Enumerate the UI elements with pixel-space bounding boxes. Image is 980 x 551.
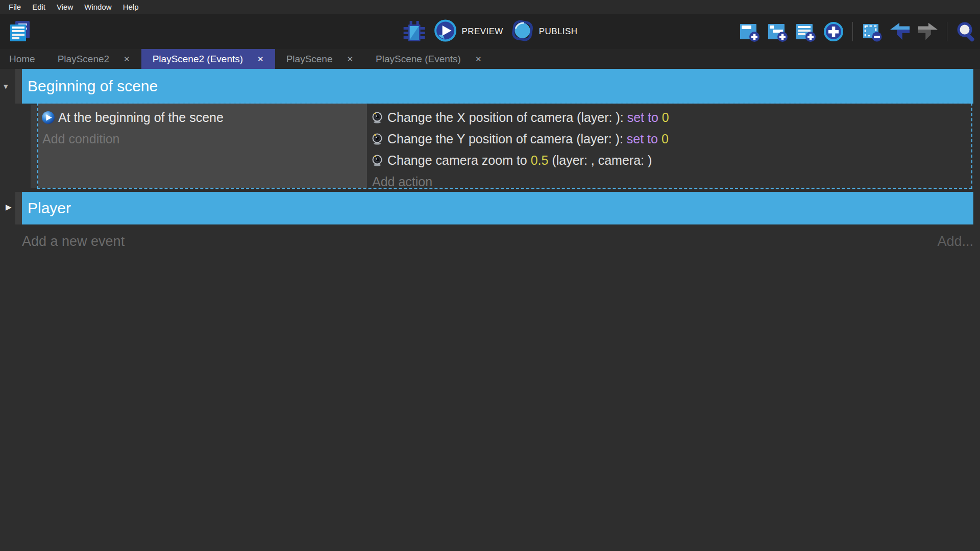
preview-button[interactable]: PREVIEW	[434, 19, 503, 43]
add-subevent-button[interactable]	[767, 21, 788, 42]
event-drag-handle[interactable]	[31, 105, 37, 188]
tab-label: PlayScene (Events)	[376, 54, 461, 65]
add-button[interactable]: Add...	[937, 230, 973, 253]
camera-icon	[371, 133, 383, 145]
tab-label: Home	[9, 54, 35, 65]
redo-button[interactable]	[917, 21, 939, 42]
tab-label: PlayScene	[286, 54, 333, 65]
delete-selection-icon	[861, 21, 883, 42]
action-text: Change the X position of camera (layer: …	[387, 110, 669, 125]
action-row[interactable]: Change the Y position of camera (layer: …	[371, 128, 971, 149]
add-new-event-button[interactable]: Add a new event	[22, 230, 125, 253]
tab-playscene[interactable]: PlayScene ✕	[275, 49, 364, 69]
action-text: Change the Y position of camera (layer: …	[387, 132, 669, 146]
undo-button[interactable]	[889, 21, 911, 42]
add-event-button[interactable]	[739, 21, 760, 42]
debug-icon	[403, 20, 426, 43]
menu-item-view[interactable]: View	[51, 0, 79, 14]
tab-playscene2[interactable]: PlayScene2 ✕	[46, 49, 141, 69]
toolbar: PREVIEW PUBLISH	[0, 14, 980, 49]
tab-home[interactable]: Home	[0, 49, 46, 69]
add-subevent-icon	[767, 21, 788, 42]
condition-row[interactable]: At the beginning of the scene	[41, 107, 367, 128]
close-icon[interactable]: ✕	[347, 55, 354, 64]
group-title: Player	[28, 199, 71, 217]
project-manager-button[interactable]	[8, 19, 32, 43]
add-comment-icon	[795, 21, 816, 42]
expand-arrow-icon[interactable]: ▶	[6, 203, 12, 211]
tab-playscene2-events[interactable]: PlayScene2 (Events) ✕	[141, 49, 275, 69]
event-group-header-player[interactable]: Player	[22, 192, 973, 224]
toolbar-center: PREVIEW PUBLISH	[403, 14, 578, 49]
menu-item-edit[interactable]: Edit	[27, 0, 51, 14]
menu-item-file[interactable]: File	[3, 0, 27, 14]
add-action-button[interactable]: Add action	[371, 171, 971, 192]
undo-icon	[889, 21, 911, 42]
camera-icon	[371, 154, 383, 166]
add-condition-button[interactable]: Add condition	[41, 128, 367, 149]
collapse-arrow-icon[interactable]: ▾	[4, 82, 8, 91]
action-text: Change camera zoom to 0.5 (layer: , came…	[387, 153, 652, 168]
group-title: Beginning of scene	[28, 78, 158, 95]
preview-label: PREVIEW	[462, 27, 503, 37]
menu-bar: File Edit View Window Help	[0, 0, 980, 14]
toolbar-separator	[852, 22, 853, 41]
add-other-event-button[interactable]	[823, 21, 844, 42]
project-manager-icon	[8, 19, 32, 43]
actions-panel: Change the X position of camera (layer: …	[367, 104, 971, 188]
close-icon[interactable]: ✕	[257, 55, 264, 64]
menu-item-window[interactable]: Window	[79, 0, 117, 14]
publish-button[interactable]: PUBLISH	[511, 19, 578, 43]
close-icon[interactable]: ✕	[475, 55, 482, 64]
tab-bar: Home PlayScene2 ✕ PlayScene2 (Events) ✕ …	[0, 49, 980, 69]
tab-label: PlayScene2 (Events)	[153, 54, 243, 65]
events-sheet: ▾ Beginning of scene	[0, 69, 980, 551]
debug-button[interactable]	[403, 20, 426, 43]
event-group-header-beginning[interactable]: Beginning of scene	[22, 69, 973, 104]
toolbar-right	[739, 14, 977, 49]
search-icon	[955, 21, 977, 42]
camera-icon	[371, 111, 383, 123]
selected-event[interactable]: At the beginning of the scene Add condit…	[37, 103, 972, 189]
conditions-panel: At the beginning of the scene Add condit…	[38, 104, 367, 188]
play-icon	[434, 19, 457, 43]
tab-playscene-events[interactable]: PlayScene (Events) ✕	[364, 49, 493, 69]
add-event-icon	[739, 21, 760, 42]
action-row[interactable]: Change camera zoom to 0.5 (layer: , came…	[371, 149, 971, 171]
tab-label: PlayScene2	[58, 54, 109, 65]
toolbar-separator	[947, 22, 947, 41]
publish-sphere-icon	[511, 19, 534, 43]
condition-text: At the beginning of the scene	[58, 110, 224, 125]
delete-event-button[interactable]	[861, 21, 883, 42]
redo-icon	[917, 21, 939, 42]
action-row[interactable]: Change the X position of camera (layer: …	[371, 107, 971, 128]
search-button[interactable]	[955, 21, 977, 42]
add-circle-icon	[823, 21, 844, 42]
scene-start-icon	[41, 111, 55, 124]
menu-item-help[interactable]: Help	[117, 0, 144, 14]
publish-label: PUBLISH	[539, 27, 578, 37]
add-comment-button[interactable]	[795, 21, 816, 42]
close-icon[interactable]: ✕	[124, 55, 130, 64]
